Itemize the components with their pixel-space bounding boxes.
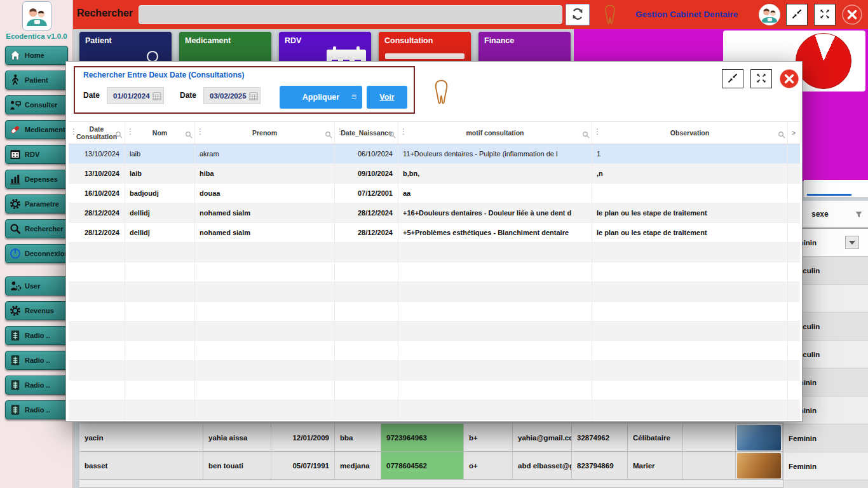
- grid-row-12[interactable]: [69, 381, 800, 400]
- sidebar-item-rdv-4[interactable]: RDV: [5, 145, 68, 164]
- grid-cell: [69, 400, 125, 419]
- grid-cell: [69, 243, 125, 262]
- user-avatar[interactable]: [759, 4, 780, 25]
- grid-row-3[interactable]: 28/12/2024dellidjnohamed sialm28/12/2024…: [69, 203, 800, 223]
- grid-cell: 11+Douleurs dentaires - Pulpite (inflamm…: [398, 144, 592, 163]
- sidebar-item-consulter-2[interactable]: Consulter: [5, 95, 68, 114]
- apply-button[interactable]: Appliquer≡: [280, 86, 362, 109]
- grid-cell: [125, 400, 195, 419]
- patient-cell: [736, 424, 783, 451]
- magnifier-icon[interactable]: [388, 130, 396, 137]
- magnifier-icon[interactable]: [582, 130, 590, 137]
- calendar-icon[interactable]: [249, 92, 258, 100]
- patient-cell: [683, 424, 736, 451]
- menu-icon: ≡: [351, 92, 356, 101]
- magnifier-icon[interactable]: [185, 130, 193, 137]
- grid-row-11[interactable]: [69, 361, 800, 381]
- sidebar-item-radio-14[interactable]: Radio ..: [5, 400, 68, 419]
- grid-column-header-0[interactable]: ⋮Date Consultation: [69, 122, 125, 144]
- grid-row-0[interactable]: 13/10/2024laibakram06/10/202411+Douleurs…: [69, 144, 800, 164]
- dialog-close-button[interactable]: [779, 69, 799, 89]
- grid-cell: [195, 282, 335, 301]
- patient-cell: bba: [335, 424, 381, 451]
- grid-column-header-2[interactable]: ⋮Prenom: [195, 122, 335, 144]
- radio-icon: [9, 379, 22, 391]
- grid-row-1[interactable]: 13/10/2024laibhiba09/10/2024b,bn,,n: [69, 164, 800, 184]
- sexe-cell[interactable]: Feminin: [783, 452, 868, 480]
- sidebar-item-user-9[interactable]: User: [5, 276, 68, 295]
- grid-column-header-1[interactable]: ⋮Nom: [125, 122, 195, 144]
- grid-row-6[interactable]: [69, 262, 800, 282]
- grid-row-8[interactable]: [69, 302, 800, 322]
- sidebar-item-rechercher-7[interactable]: Rechercher: [5, 219, 68, 238]
- sidebar-item-deconnexion-8[interactable]: Deconnexion: [5, 244, 68, 263]
- patient-cell: ben touati: [203, 452, 271, 479]
- grid-cell: [69, 361, 125, 380]
- magnifier-icon[interactable]: [115, 130, 123, 137]
- grid-row-13[interactable]: [69, 400, 800, 420]
- grid-cell: 28/12/2024: [335, 223, 398, 242]
- date-from-input[interactable]: 01/01/2024: [107, 87, 164, 104]
- patient-row[interactable]: bassetben touati05/07/1991medjana0778604…: [79, 452, 783, 480]
- walk-icon: [9, 74, 22, 86]
- dialog-restore-button[interactable]: [722, 69, 743, 88]
- dialog-maximize-button[interactable]: [750, 69, 772, 88]
- patient-cell: 0778604562: [381, 452, 464, 479]
- sidebar-item-patient-1[interactable]: Patient: [5, 71, 68, 90]
- grid-cell: [592, 282, 788, 301]
- grid-cell: 06/10/2024: [335, 144, 398, 163]
- sexe-cell[interactable]: Feminin: [783, 424, 868, 452]
- close-app-button[interactable]: [842, 4, 862, 25]
- consult-icon: [9, 98, 22, 111]
- date-to-input[interactable]: 03/02/2025: [203, 87, 261, 104]
- grid-row-7[interactable]: [69, 282, 800, 302]
- grid-row-5[interactable]: [69, 243, 800, 262]
- sidebar-item-label: Deconnexion: [25, 250, 68, 257]
- app-title: Gestion Cabinet Dentaire: [635, 10, 738, 19]
- grid-column-header-4[interactable]: ⋮motif consultation: [398, 122, 592, 144]
- refresh-button[interactable]: [566, 4, 590, 25]
- sidebar-item-radio-13[interactable]: Radio ..: [5, 376, 68, 395]
- sexe-cell[interactable]: [783, 480, 868, 488]
- grid-row-2[interactable]: 16/10/2024badjoudjdouaa07/12/2001aa: [69, 184, 800, 203]
- grid-column-header-5[interactable]: ⋮Observation: [592, 122, 788, 144]
- maximize-window-button[interactable]: [814, 4, 836, 25]
- column-label: Nom: [146, 129, 174, 137]
- grid-cell: [398, 322, 592, 341]
- calendar-icon[interactable]: [153, 92, 161, 100]
- date-range-form: Rechercher Entre Deux Date (Consultation…: [74, 66, 415, 114]
- sidebar-item-medicament-3[interactable]: Medicament: [5, 120, 68, 139]
- view-button[interactable]: Voir: [367, 86, 407, 109]
- grid-cell: [69, 341, 125, 360]
- dropdown-button[interactable]: [845, 236, 859, 249]
- magnifier-icon[interactable]: [325, 130, 332, 137]
- global-search-input[interactable]: [139, 5, 562, 24]
- chevron-right-icon[interactable]: >: [788, 122, 799, 144]
- sidebar-item-depenses-5[interactable]: Depenses: [5, 170, 68, 189]
- sidebar-item-radio-12[interactable]: Radio ..: [5, 351, 68, 370]
- grid-cell: 28/12/2024: [69, 203, 125, 222]
- patient-cell: 9723964963: [381, 424, 464, 451]
- sidebar-item-revenus-10[interactable]: Revenus: [5, 301, 68, 320]
- column-label: Prenom: [245, 129, 284, 137]
- grid-cell: [195, 381, 335, 400]
- chart-icon: [9, 173, 22, 186]
- grid-row-4[interactable]: 28/12/2024dellidjnohamed sialm28/12/2024…: [69, 223, 800, 243]
- sidebar-item-home-0[interactable]: Home: [5, 46, 68, 65]
- magnifier-icon[interactable]: [778, 130, 785, 137]
- patient-row[interactable]: yacinyahia aissa12/01/2009bba9723964963b…: [79, 424, 783, 452]
- filter-icon[interactable]: [855, 210, 863, 219]
- grid-cell: +5+Problèmes esthétiques - Blanchiment d…: [398, 223, 592, 242]
- sidebar-item-label: User: [25, 282, 40, 290]
- grid-row-10[interactable]: [69, 341, 800, 361]
- sexe-value: Feminin: [789, 463, 817, 470]
- sidebar-item-radio-11[interactable]: Radio ..: [5, 326, 68, 345]
- sidebar-item-parametre-6[interactable]: Parametre: [5, 194, 68, 214]
- grid-column-header-3[interactable]: ⋮Date_Naissance: [335, 122, 398, 144]
- restore-window-button[interactable]: [786, 4, 808, 25]
- grid-row-9[interactable]: [69, 322, 800, 341]
- maximize-window-icon: [818, 8, 831, 22]
- grid-cell: [69, 302, 125, 321]
- grid-cell: b,bn,: [398, 164, 592, 183]
- column-menu-dots: ⋮: [336, 127, 344, 136]
